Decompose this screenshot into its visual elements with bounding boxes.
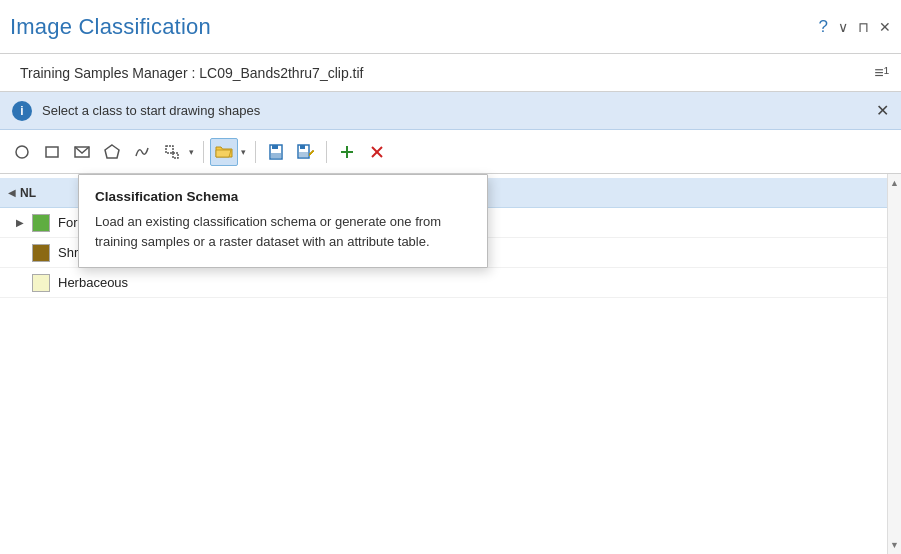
separator-2 <box>255 141 256 163</box>
classification-schema-tooltip: Classification Schema Load an existing c… <box>78 174 488 268</box>
add-button[interactable] <box>333 138 361 166</box>
close-button[interactable]: ✕ <box>879 19 891 35</box>
svg-point-0 <box>16 146 28 158</box>
info-bar-left: i Select a class to start drawing shapes <box>12 101 260 121</box>
scroll-up-arrow[interactable]: ▲ <box>888 176 901 190</box>
select-tool-group: ▾ <box>158 138 197 166</box>
polygon-tool-button[interactable] <box>98 138 126 166</box>
add-icon <box>339 144 355 160</box>
separator-3 <box>326 141 327 163</box>
folder-dropdown-arrow[interactable]: ▾ <box>238 145 249 159</box>
save-edit-button[interactable] <box>292 138 320 166</box>
info-bar: i Select a class to start drawing shapes… <box>0 92 901 130</box>
polygon-icon <box>104 144 120 160</box>
tooltip-title: Classification Schema <box>95 189 471 204</box>
circle-icon <box>14 144 30 160</box>
select-icon <box>164 144 180 160</box>
subtitle-text: Training Samples Manager : LC09_Bands2th… <box>20 65 363 81</box>
folder-tool-group: ▾ <box>210 138 249 166</box>
info-icon: i <box>12 101 32 121</box>
select-tool-button[interactable] <box>158 138 186 166</box>
envelope-tool-button[interactable] <box>68 138 96 166</box>
save-edit-icon <box>297 144 315 160</box>
delete-button[interactable] <box>363 138 391 166</box>
toolbar: ▾ ▾ <box>0 130 901 174</box>
delete-icon <box>369 144 385 160</box>
herbaceous-label: Herbaceous <box>58 275 128 290</box>
freehand-tool-button[interactable] <box>128 138 156 166</box>
rectangle-icon <box>44 144 60 160</box>
select-dropdown-arrow[interactable]: ▾ <box>186 145 197 159</box>
collapse-tree-arrow[interactable]: ◀ <box>8 187 16 198</box>
rectangle-tool-button[interactable] <box>38 138 66 166</box>
save-icon <box>268 144 284 160</box>
app-title: Image Classification <box>10 14 211 40</box>
collapse-button[interactable]: ∨ <box>838 19 848 35</box>
envelope-icon <box>74 144 90 160</box>
svg-rect-7 <box>272 145 278 149</box>
pin-button[interactable]: ⊓ <box>858 19 869 35</box>
separator-1 <box>203 141 204 163</box>
svg-rect-5 <box>173 153 178 158</box>
svg-rect-11 <box>299 152 308 157</box>
svg-rect-4 <box>166 146 173 153</box>
scrollbar[interactable]: ▲ ▼ <box>887 174 901 554</box>
herbaceous-tree-item[interactable]: ▶ Herbaceous <box>0 268 887 298</box>
info-message: Select a class to start drawing shapes <box>42 103 260 118</box>
svg-rect-8 <box>271 153 281 158</box>
title-controls: ? ∨ ⊓ ✕ <box>819 17 891 37</box>
freehand-icon <box>134 144 150 160</box>
folder-open-icon <box>215 144 233 160</box>
svg-rect-1 <box>46 147 58 157</box>
forest-expand-arrow[interactable]: ▶ <box>16 217 28 228</box>
save-button[interactable] <box>262 138 290 166</box>
scroll-down-arrow[interactable]: ▼ <box>888 538 901 552</box>
herbaceous-color-swatch <box>32 274 50 292</box>
forest-color-swatch <box>32 214 50 232</box>
svg-marker-3 <box>105 145 119 158</box>
info-close-button[interactable]: ✕ <box>876 101 889 120</box>
shrubland-color-swatch <box>32 244 50 262</box>
subtitle-bar: Training Samples Manager : LC09_Bands2th… <box>0 54 901 92</box>
tree-header-label: NL <box>20 186 36 200</box>
title-bar: Image Classification ? ∨ ⊓ ✕ <box>0 0 901 54</box>
folder-open-button[interactable] <box>210 138 238 166</box>
help-button[interactable]: ? <box>819 17 828 37</box>
svg-rect-10 <box>300 145 305 149</box>
panel-menu-icon[interactable]: ≡¹ <box>874 64 889 82</box>
circle-tool-button[interactable] <box>8 138 36 166</box>
title-bar-left: Image Classification <box>10 14 211 40</box>
tooltip-body: Load an existing classification schema o… <box>95 212 471 251</box>
